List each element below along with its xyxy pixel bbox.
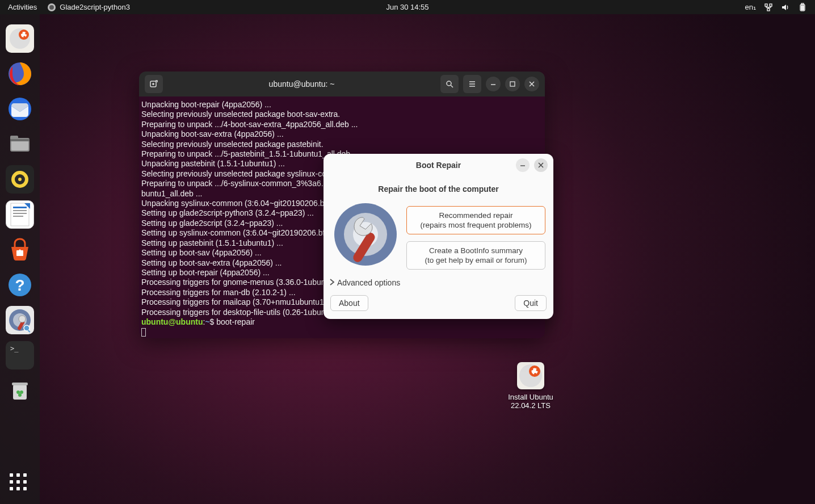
volume-icon[interactable] [781,3,790,12]
svg-rect-18 [11,140,28,150]
prompt-command: boot-repair [216,317,255,326]
show-applications-button[interactable] [10,473,30,494]
svg-rect-46 [510,82,515,86]
svg-rect-3 [770,4,772,6]
dock-ubuntu-software[interactable] [6,236,34,264]
desktop-icon-label: Install Ubuntu22.04.2 LTS [508,393,553,410]
svg-point-36 [19,316,26,322]
svg-point-42 [20,390,23,394]
close-button[interactable] [524,77,539,91]
svg-point-22 [18,178,22,181]
svg-rect-4 [767,9,770,11]
advanced-options-label: Advanced options [337,278,400,287]
svg-rect-26 [13,213,27,214]
dialog-titlebar: Boot Repair [324,154,553,177]
search-button[interactable] [440,75,459,93]
dock-boot-repair[interactable] [6,306,34,334]
svg-point-56 [534,373,536,375]
terminal-title: ubuntu@ubuntu: ~ [167,79,436,89]
network-icon[interactable] [764,3,773,12]
top-bar: Activities Glade2script-python3 Jun 30 1… [0,0,815,14]
svg-rect-7 [801,6,804,10]
svg-point-11 [20,32,23,34]
dock-install-ubuntu[interactable] [6,24,34,53]
desktop-install-ubuntu-icon[interactable]: Install Ubuntu22.04.2 LTS [505,362,556,410]
dialog-close-button[interactable] [534,158,548,172]
svg-point-54 [531,368,533,371]
activities-button[interactable]: Activities [8,3,37,11]
svg-point-45 [447,81,451,86]
terminal-titlebar: ubuntu@ubuntu: ~ [139,72,545,96]
dock-trash[interactable] [6,376,34,405]
svg-point-1 [49,5,54,10]
bootinfo-label-2: (to get help by email or forum) [425,256,527,264]
dock: ? >_ [0,14,40,504]
svg-point-12 [25,32,27,35]
dialog-subtitle: Repair the boot of the computer [324,177,553,200]
prompt-user: ubuntu@ubuntu [141,317,203,326]
dialog-minimize-button[interactable] [516,158,530,172]
svg-rect-27 [13,216,23,217]
prompt-path: ~ [205,317,209,326]
boot-repair-icon [331,200,400,268]
svg-point-13 [23,36,26,38]
dock-libreoffice-writer[interactable] [6,200,34,229]
new-tab-button[interactable] [145,75,163,93]
chevron-right-icon [329,278,335,287]
advanced-options-expander[interactable]: Advanced options [324,273,553,292]
svg-rect-40 [12,383,28,385]
svg-rect-2 [765,4,767,6]
svg-rect-25 [13,210,27,211]
dock-firefox[interactable] [6,60,34,88]
recommended-repair-label-1: Recommended repair [439,211,513,220]
dock-thunderbird[interactable] [6,95,34,123]
dock-files[interactable] [6,130,34,158]
svg-text:?: ? [15,276,24,294]
bootinfo-label-1: Create a BootInfo summary [429,246,523,255]
recommended-repair-label-2: (repairs most frequent problems) [421,221,532,229]
svg-point-41 [16,390,20,394]
input-source-indicator[interactable]: en₁ [745,3,756,11]
svg-rect-19 [10,139,30,141]
app-icon [47,3,56,12]
recommended-repair-button[interactable]: Recommended repair (repairs most frequen… [406,206,545,234]
bootinfo-summary-button[interactable]: Create a BootInfo summary (to get help b… [406,241,545,270]
install-ubuntu-icon [517,362,544,389]
boot-repair-dialog: Boot Repair Repair the boot of the compu… [324,154,553,319]
dock-help[interactable]: ? [6,271,34,299]
clock[interactable]: Jun 30 14:55 [386,3,428,11]
maximize-button[interactable] [505,77,520,91]
dock-terminal[interactable]: >_ [6,341,34,369]
svg-rect-24 [13,207,27,208]
about-button[interactable]: About [330,295,368,311]
dialog-title: Boot Repair [416,161,461,170]
minimize-button[interactable] [486,77,501,91]
svg-rect-6 [801,3,804,5]
dock-rhythmbox[interactable] [6,165,34,194]
cursor [141,328,146,337]
svg-point-55 [536,369,539,371]
quit-button[interactable]: Quit [515,295,547,311]
svg-point-43 [18,393,22,397]
app-menu[interactable]: Glade2script-python3 [47,3,130,12]
battery-icon[interactable] [798,3,807,12]
app-name-label: Glade2script-python3 [60,3,130,11]
menu-button[interactable] [463,75,481,93]
